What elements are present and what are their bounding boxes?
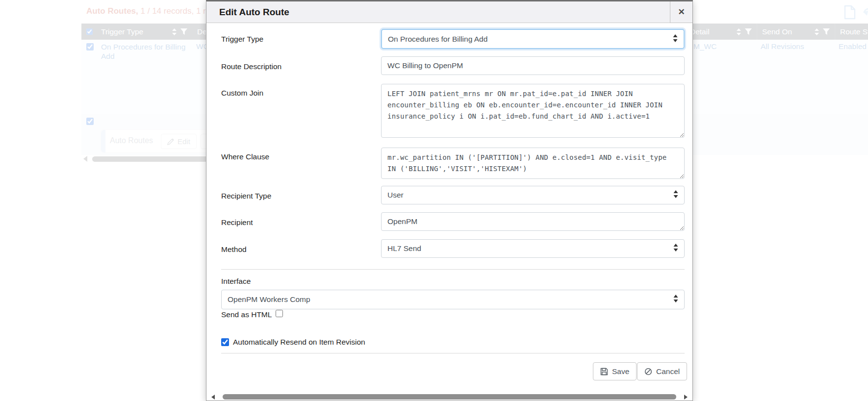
scroll-left-icon[interactable]	[211, 395, 215, 400]
cancel-button-label: Cancel	[656, 367, 680, 376]
cancel-icon	[644, 368, 652, 376]
select-caret-icon	[673, 295, 678, 304]
recipient-textarea[interactable]: OpenPM	[381, 212, 685, 231]
where-clause-textarea[interactable]: mr.wc_partition IN ('[PARTITION]') AND e…	[381, 148, 685, 179]
route-description-label: Route Description	[221, 62, 281, 71]
trigger-type-select[interactable]: On Procedures for Billing Add	[381, 29, 685, 49]
send-as-html-checkbox[interactable]	[276, 310, 283, 317]
interface-value: OpenPM Workers Comp	[228, 295, 310, 304]
method-label: Method	[221, 245, 247, 254]
modal-title: Edit Auto Route	[219, 1, 289, 23]
save-button-label: Save	[612, 367, 629, 376]
interface-label: Interface	[221, 277, 251, 286]
auto-resend-checkbox[interactable]	[221, 338, 229, 346]
recipient-type-value: User	[387, 191, 404, 200]
send-as-html-label: Send as HTML	[221, 310, 272, 319]
modal-header: Edit Auto Route ✕	[206, 1, 692, 23]
recipient-type-select[interactable]: User	[381, 186, 685, 204]
modal-hscrollbar-thumb[interactable]	[223, 394, 676, 400]
interface-select[interactable]: OpenPM Workers Comp	[221, 290, 685, 309]
select-caret-icon	[673, 190, 678, 200]
close-button[interactable]: ✕	[670, 1, 692, 23]
edit-auto-route-modal: Edit Auto Route ✕ Trigger Type On Proced…	[206, 0, 693, 401]
method-select[interactable]: HL7 Send	[381, 239, 685, 258]
custom-join-label: Custom Join	[221, 89, 263, 98]
route-description-input[interactable]	[381, 56, 685, 75]
trigger-type-label: Trigger Type	[221, 35, 263, 44]
send-as-html-row: Send as HTML	[221, 310, 283, 319]
trigger-type-value: On Procedures for Billing Add	[388, 35, 487, 44]
cancel-button[interactable]: Cancel	[637, 362, 687, 380]
custom-join-textarea[interactable]: LEFT JOIN patient_mrns mr ON mr.pat_id=e…	[381, 84, 685, 138]
select-caret-icon	[673, 244, 678, 253]
modal-hscrollbar[interactable]	[206, 393, 692, 401]
close-icon: ✕	[678, 7, 685, 17]
divider	[221, 269, 685, 270]
divider	[221, 353, 685, 353]
save-icon	[600, 368, 608, 376]
where-clause-label: Where Clause	[221, 152, 269, 161]
save-button[interactable]: Save	[593, 362, 637, 380]
auto-resend-label: Automatically Resend on Item Revision	[233, 338, 365, 347]
recipient-label: Recipient	[221, 218, 253, 227]
recipient-type-label: Recipient Type	[221, 192, 271, 200]
select-caret-icon	[673, 34, 678, 44]
method-value: HL7 Send	[387, 244, 421, 253]
scroll-right-icon[interactable]	[684, 395, 688, 400]
auto-resend-row: Automatically Resend on Item Revision	[221, 338, 365, 347]
